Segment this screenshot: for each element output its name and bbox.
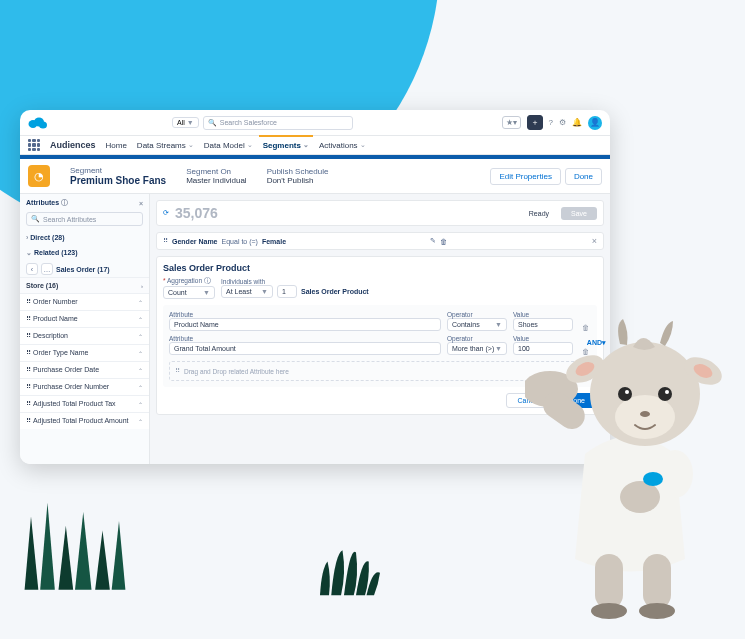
- breadcrumb-overflow-button[interactable]: …: [41, 263, 53, 275]
- nav-home[interactable]: Home: [106, 141, 127, 150]
- user-avatar[interactable]: 👤: [588, 116, 602, 130]
- global-search[interactable]: 🔍 Search Salesforce: [203, 116, 353, 130]
- select-caret-icon: ⌃: [138, 316, 143, 323]
- col-attribute-label: Attribute: [169, 311, 441, 318]
- attr-search-placeholder: Search Attributes: [43, 216, 96, 223]
- chevron-down-icon: ⌄: [26, 249, 32, 256]
- svg-point-28: [643, 472, 663, 486]
- filter-pill-gender[interactable]: ⠿ Gender Name Equal to (=) Female ✎ 🗑 ×: [156, 232, 604, 250]
- mascot-goat: [525, 299, 735, 619]
- chevron-down-icon: ⌄: [360, 141, 366, 149]
- individuals-entity: Sales Order Product: [301, 288, 369, 295]
- select-caret-icon: ⌃: [138, 333, 143, 340]
- attributes-title: Attributes ⓘ: [26, 198, 68, 208]
- nav-activations[interactable]: Activations⌄: [319, 141, 366, 150]
- edit-pencil-icon[interactable]: ✎: [430, 237, 436, 245]
- svg-point-26: [665, 390, 669, 394]
- select-caret-icon: ⌃: [138, 350, 143, 357]
- add-icon[interactable]: ＋: [527, 115, 543, 130]
- panel-close-icon[interactable]: ×: [139, 200, 143, 207]
- info-icon[interactable]: ⓘ: [204, 277, 211, 284]
- condition-attr-select[interactable]: Grand Total Amount: [169, 342, 441, 355]
- delete-trash-icon[interactable]: 🗑: [440, 238, 447, 245]
- attr-item[interactable]: ⠿ Adjusted Total Product Amount⌃: [20, 412, 149, 429]
- favorite-icon[interactable]: ★▾: [502, 116, 521, 129]
- breadcrumb-back-button[interactable]: ‹: [26, 263, 38, 275]
- segment-entity-icon: ◔: [28, 165, 50, 187]
- attr-item[interactable]: ⠿ Product Name⌃: [20, 310, 149, 327]
- svg-point-24: [625, 390, 629, 394]
- attr-breadcrumb: ‹ … Sales Order (17): [20, 261, 149, 277]
- attr-item[interactable]: ⠿ Order Type Name⌃: [20, 344, 149, 361]
- col-operator-label: Operator: [447, 335, 507, 342]
- setup-gear-icon[interactable]: ⚙: [559, 118, 566, 127]
- attr-item[interactable]: ⠿ Purchase Order Date⌃: [20, 361, 149, 378]
- attributes-panel: Attributes ⓘ × 🔍 Search Attributes › Dir…: [20, 194, 150, 464]
- condition-op-select[interactable]: Contains▼: [447, 318, 507, 331]
- select-caret-icon: ⌃: [138, 418, 143, 425]
- svg-point-25: [658, 387, 672, 401]
- page-title: Premium Shoe Fans: [70, 175, 166, 186]
- help-icon[interactable]: ?: [549, 118, 553, 127]
- scope-selector[interactable]: All ▼: [172, 117, 199, 128]
- svg-point-27: [640, 411, 650, 417]
- refresh-icon[interactable]: ⟳: [163, 209, 169, 217]
- save-button[interactable]: Save: [561, 207, 597, 220]
- select-caret-icon: ⌃: [138, 299, 143, 306]
- workspace: Attributes ⓘ × 🔍 Search Attributes › Dir…: [20, 194, 610, 464]
- svg-point-16: [639, 603, 675, 619]
- app-launcher-icon[interactable]: [28, 139, 40, 151]
- attr-item[interactable]: ⠿ Order Number⌃: [20, 293, 149, 310]
- nav-segments[interactable]: Segments⌄: [263, 141, 309, 150]
- app-name: Audiences: [50, 140, 96, 150]
- attr-item[interactable]: ⠿ Description⌃: [20, 327, 149, 344]
- drop-target-icon: ⠿: [175, 367, 180, 375]
- svg-marker-6: [75, 512, 92, 590]
- decorative-trees: [20, 489, 130, 599]
- segment-on-value: Master Individual: [186, 176, 246, 185]
- nav-data-model[interactable]: Data Model⌄: [204, 141, 253, 150]
- info-icon[interactable]: ⓘ: [61, 199, 68, 206]
- attr-item[interactable]: ⠿ Adjusted Total Product Tax⌃: [20, 395, 149, 412]
- decorative-bush: [310, 539, 390, 599]
- section-direct[interactable]: › Direct (28): [20, 230, 149, 245]
- nav-data-streams[interactable]: Data Streams⌄: [137, 141, 194, 150]
- svg-rect-13: [595, 554, 623, 609]
- select-caret-icon: ⌃: [138, 367, 143, 374]
- scope-label: All: [177, 119, 185, 126]
- breadcrumb-current[interactable]: Sales Order (17): [56, 266, 110, 273]
- svg-point-11: [657, 450, 693, 498]
- search-icon: 🔍: [208, 119, 217, 127]
- header-utilities: ★▾ ＋ ? ⚙ 🔔 👤: [502, 115, 602, 130]
- attributes-search[interactable]: 🔍 Search Attributes: [26, 212, 143, 226]
- attr-item[interactable]: ⠿ Purchase Order Number⌃: [20, 378, 149, 395]
- card-title: Sales Order Product: [163, 263, 597, 273]
- attr-group-store[interactable]: Store (16)›: [20, 277, 149, 293]
- col-attribute-label: Attribute: [169, 335, 441, 342]
- condition-attr-select[interactable]: Product Name: [169, 318, 441, 331]
- individuals-op-select[interactable]: At Least▼: [221, 285, 273, 298]
- aggregation-select[interactable]: Count▼: [163, 286, 215, 299]
- individuals-count-input[interactable]: 1: [277, 285, 297, 298]
- app-nav: Audiences Home Data Streams⌄ Data Model⌄…: [20, 136, 610, 155]
- status-ready: Ready: [529, 210, 549, 217]
- search-icon: 🔍: [31, 215, 40, 223]
- section-related[interactable]: ⌄ Related (123): [20, 245, 149, 261]
- header-done-button[interactable]: Done: [565, 168, 602, 185]
- chevron-down-icon: ⌄: [188, 141, 194, 149]
- chevron-right-icon: ›: [141, 283, 143, 289]
- close-icon[interactable]: ×: [592, 236, 597, 246]
- edit-properties-button[interactable]: Edit Properties: [490, 168, 560, 185]
- svg-marker-8: [112, 521, 126, 590]
- individuals-with-label: Individuals with: [221, 278, 369, 285]
- svg-point-23: [618, 387, 632, 401]
- svg-marker-4: [40, 503, 55, 590]
- segment-on-label: Segment On: [186, 167, 246, 176]
- svg-rect-14: [643, 554, 671, 609]
- chevron-down-icon: ▼: [187, 119, 194, 126]
- chevron-right-icon: ›: [26, 234, 28, 241]
- salesforce-logo: [28, 116, 48, 130]
- notifications-bell-icon[interactable]: 🔔: [572, 118, 582, 127]
- condition-op-select[interactable]: More than (>)▼: [447, 342, 507, 355]
- col-operator-label: Operator: [447, 311, 507, 318]
